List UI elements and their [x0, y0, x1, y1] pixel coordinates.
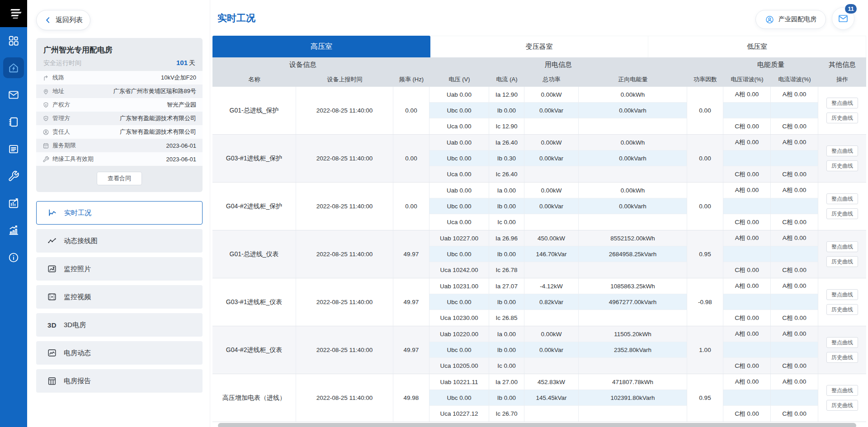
history-curve-button[interactable]: 历史曲线: [826, 304, 858, 315]
c-harmonic-cell: C相 0.00: [771, 262, 818, 278]
voltage-cell: Ubc 0.00: [429, 198, 489, 214]
v-harmonic-cell: A相 0.00: [723, 230, 771, 246]
c-harmonic-cell: [771, 390, 818, 406]
report-time: 2022-08-25 11:40:00: [296, 374, 393, 422]
menu-item-wiring[interactable]: 动态接线图: [36, 229, 203, 253]
sidebar-item-worklist[interactable]: [0, 136, 27, 163]
power-cell: [524, 118, 579, 134]
header-col-10: 操作: [818, 72, 866, 87]
header-col-5: 总功率: [524, 72, 579, 87]
power-factor-value: 0.00: [687, 135, 723, 182]
energy-cell: 1085863.25kWh: [579, 278, 687, 294]
sidebar-item-home[interactable]: [0, 54, 27, 81]
sidebar-item-reports[interactable]: [0, 190, 27, 217]
menu-item-photos[interactable]: 监控照片: [36, 257, 203, 281]
power-cell: 0.00kW: [524, 135, 579, 150]
c-harmonic-cell: A相 0.00: [771, 183, 818, 198]
hourly-curve-button[interactable]: 整点曲线: [826, 98, 858, 108]
chart-report-icon: [8, 197, 19, 209]
main-content: 实时工况 产业园配电房 11 高压室变压器室低压室 设备信息用电信息电能质量其他…: [211, 0, 868, 427]
energy-cell: [579, 214, 687, 230]
field-value: 广东智有盈能源技术有限公司: [70, 128, 196, 136]
energy-cell: 4967277.00kVarh: [579, 294, 687, 310]
field-label: 地址: [52, 87, 64, 95]
menu-item-dynamics[interactable]: 电房动态: [36, 341, 203, 365]
menu-item-room3d[interactable]: 3D3D电房: [36, 313, 203, 337]
energy-cell: 0.00kVarh: [579, 103, 687, 118]
report-time: 2022-08-25 11:40:00: [296, 183, 393, 230]
hourly-curve-button[interactable]: 整点曲线: [826, 193, 858, 204]
hourly-curve-button[interactable]: 整点曲线: [826, 241, 858, 252]
menu-item-realtime[interactable]: 实时工况: [36, 201, 203, 225]
menu-item-videos[interactable]: 监控视频: [36, 285, 203, 309]
sidebar-item-records[interactable]: [0, 108, 27, 136]
power-cell: 146.70kVar: [524, 246, 579, 262]
header-col-0: 名称: [212, 72, 296, 87]
station-field-row: 服务期限2023-06-01: [36, 139, 203, 152]
energy-cell: 0.00kWh: [579, 183, 687, 198]
v-harmonic-cell: C相 0.00: [723, 118, 771, 134]
history-curve-button[interactable]: 历史曲线: [826, 113, 858, 123]
history-curve-button[interactable]: 历史曲线: [826, 208, 858, 219]
c-harmonic-cell: C相 0.00: [771, 406, 818, 422]
report-time: 2022-08-25 11:40:00: [296, 230, 393, 278]
history-curve-button[interactable]: 历史曲线: [826, 160, 858, 171]
page-title: 实时工况: [217, 12, 255, 24]
sidebar-item-maintenance[interactable]: [0, 163, 27, 190]
actions-cell: 整点曲线历史曲线: [818, 230, 866, 278]
frequency-value: 49.97: [393, 278, 429, 326]
header-col-7: 功率因数: [687, 72, 723, 87]
hourly-curve-button[interactable]: 整点曲线: [826, 289, 858, 300]
sidebar-item-apps[interactable]: [0, 27, 27, 54]
table-row: 高压增加电表（进线）2022-08-25 11:40:0049.98Uab 10…: [212, 374, 866, 422]
energy-cell: [579, 262, 687, 278]
station-field-row: 责任人广东智有盈能源技术有限公司: [36, 125, 203, 139]
sidebar-item-messages[interactable]: [0, 81, 27, 108]
power-factor-value: -0.98: [687, 278, 723, 326]
v-harmonic-cell: C相 0.00: [723, 166, 771, 182]
menu-item-reports[interactable]: 电房报告: [36, 369, 203, 393]
hourly-curve-button[interactable]: 整点曲线: [826, 145, 858, 156]
hourly-curve-button[interactable]: 整点曲线: [826, 337, 858, 348]
menu-item-label: 监控照片: [64, 265, 91, 273]
history-curve-button[interactable]: 历史曲线: [826, 256, 858, 267]
header-group-5: 其他信息: [818, 57, 866, 72]
tab-low-voltage-room[interactable]: 低压室: [648, 36, 866, 57]
actions-cell: 整点曲线历史曲线: [818, 278, 866, 326]
frequency-value: 49.97: [393, 326, 429, 374]
power-cell: 0.00kVar: [524, 103, 579, 118]
station-fields: 线路10kV企加F20地址广东省广州市黄埔区瑞和路89号产权方智光产业园管理方广…: [36, 71, 203, 166]
c-harmonic-cell: A相 0.00: [771, 374, 818, 390]
report-time: 2022-08-25 11:40:00: [296, 326, 393, 374]
energy-cell: [579, 166, 687, 182]
history-curve-button[interactable]: 历史曲线: [826, 352, 858, 363]
c-harmonic-cell: C相 0.00: [771, 118, 818, 134]
power-cell: 0.00kVar: [524, 150, 579, 166]
history-curve-button[interactable]: 历史曲线: [826, 400, 858, 411]
voltage-cell: Uab 10231.00: [429, 278, 489, 294]
view-contract-button[interactable]: 查看合同: [97, 172, 142, 185]
c-harmonic-cell: A相 0.00: [771, 87, 818, 103]
menu-item-label: 监控视频: [64, 293, 91, 301]
messages-button[interactable]: 11: [832, 7, 854, 30]
v-harmonic-cell: A相 0.00: [723, 326, 771, 342]
current-cell: Ib 0.00: [489, 246, 524, 262]
back-to-list-button[interactable]: 返回列表: [36, 10, 90, 30]
current-cell: Ib 0.00: [489, 294, 524, 310]
station-menu: 实时工况动态接线图监控照片监控视频3D3D电房电房动态电房报告: [36, 201, 203, 397]
sidebar-item-about[interactable]: [0, 244, 27, 271]
power-factor-value: 1.00: [687, 326, 723, 374]
account-button[interactable]: 产业园配电房: [755, 10, 826, 29]
tab-transformer-room[interactable]: 变压器室: [430, 36, 648, 57]
sidebar-item-statistics[interactable]: [0, 217, 27, 244]
v-harmonic-cell: C相 0.00: [723, 358, 771, 374]
header-group-3: [687, 57, 723, 72]
person-circle-icon: [42, 129, 49, 136]
actions-cell: 整点曲线历史曲线: [818, 183, 866, 230]
voltage-cell: Ubc 0.00: [429, 103, 489, 118]
device-name: G03-#1进线柜_仪表: [212, 278, 296, 326]
current-cell: Ia 27.07: [489, 278, 524, 294]
scrollbar-thumb[interactable]: [218, 423, 856, 427]
hourly-curve-button[interactable]: 整点曲线: [826, 385, 858, 396]
tab-high-voltage-room[interactable]: 高压室: [212, 36, 430, 57]
